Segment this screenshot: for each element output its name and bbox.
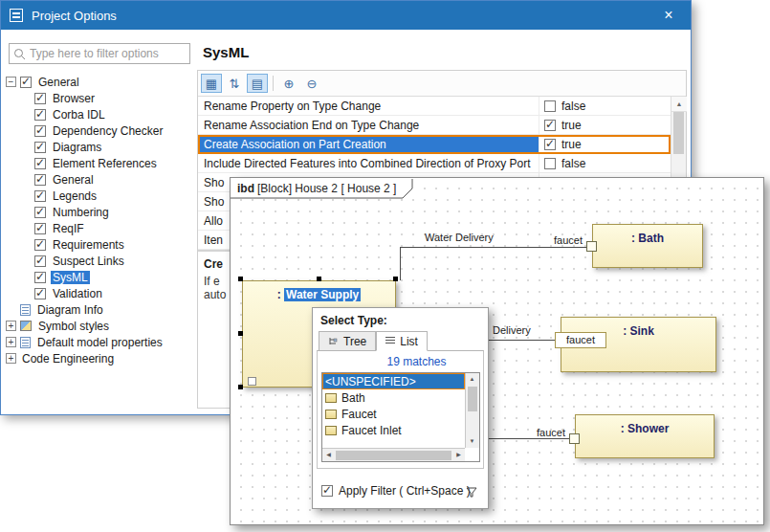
search-input[interactable]: [30, 47, 173, 60]
option-row[interactable]: Rename Property on Type Change false: [198, 97, 671, 116]
part-label-prefix: :: [277, 288, 281, 301]
filter-options-box[interactable]: [9, 43, 190, 64]
scroll-up-icon[interactable]: ▲: [466, 373, 478, 386]
categorized-view-button[interactable]: ▦: [201, 74, 222, 93]
toolbar-separator: [273, 76, 274, 91]
checkbox-icon[interactable]: [544, 139, 556, 150]
scroll-left-icon[interactable]: ◀: [322, 449, 335, 461]
sidebar-item-requirements[interactable]: Requirements: [34, 236, 193, 253]
collapse-icon[interactable]: −: [6, 77, 16, 87]
type-list[interactable]: <UNSPECIFIED> Bath Faucet Faucet Inlet ▲…: [321, 372, 480, 462]
options-tree: −General Browser Corba IDL Dependency Ch…: [6, 74, 193, 366]
selection-handle[interactable]: [238, 385, 243, 389]
shower-part[interactable]: : Shower: [575, 414, 715, 458]
page-title: SysML: [203, 44, 249, 60]
checkbox-icon[interactable]: [34, 288, 46, 299]
expand-all-button[interactable]: ⊕: [278, 74, 299, 93]
list-vertical-scrollbar[interactable]: ▲ ▼: [465, 373, 479, 448]
scroll-right-icon[interactable]: ▶: [452, 449, 465, 461]
checkbox-icon[interactable]: [34, 239, 46, 251]
selection-handle[interactable]: [393, 277, 398, 281]
list-item-unspecified[interactable]: <UNSPECIFIED>: [322, 373, 465, 389]
sidebar-item-default-model-properties[interactable]: +Default model properties: [6, 334, 193, 350]
sidebar-item-symbol-styles[interactable]: +Symbol styles: [6, 318, 193, 334]
sidebar-item-diagram-info[interactable]: Diagram Info: [6, 301, 193, 318]
expand-icon[interactable]: +: [6, 353, 16, 364]
checkbox-icon[interactable]: [544, 120, 556, 131]
scroll-up-icon[interactable]: ▲: [671, 97, 687, 112]
close-icon[interactable]: ×: [647, 1, 691, 30]
checkbox-icon[interactable]: [34, 142, 46, 153]
title-bar[interactable]: Project Options ×: [1, 1, 691, 30]
checkbox-icon[interactable]: [34, 255, 46, 267]
sidebar-item-dependency-checker[interactable]: Dependency Checker: [34, 122, 193, 139]
sort-alphabetically-button[interactable]: ⇅: [224, 74, 245, 93]
checkbox-icon[interactable]: [34, 109, 46, 121]
tab-tree[interactable]: Tree: [319, 331, 376, 351]
checkbox-icon[interactable]: [34, 223, 46, 234]
scroll-down-icon[interactable]: ▼: [466, 435, 478, 448]
water-delivery-connector[interactable]: [400, 247, 587, 248]
scrollbar-thumb[interactable]: [673, 112, 684, 154]
ibd-diagram-window[interactable]: ibd[Block] House 2 [ House 2 ] Water Del…: [230, 177, 764, 525]
checkbox-icon[interactable]: [34, 174, 46, 186]
checkbox-icon[interactable]: [321, 485, 333, 497]
sidebar-item-element-references[interactable]: Element References: [34, 155, 193, 171]
checkbox-icon[interactable]: [544, 100, 556, 112]
collapse-all-button[interactable]: ⊖: [301, 74, 322, 93]
show-description-button[interactable]: ▤: [247, 74, 268, 93]
water-delivery-connector[interactable]: [400, 247, 401, 280]
faucet-port[interactable]: faucet: [555, 332, 606, 348]
filter-icon[interactable]: [466, 486, 478, 499]
select-type-dialog[interactable]: Select Type: Tree List 19 matches <UNSPE…: [312, 307, 489, 509]
bath-part[interactable]: : Bath: [592, 224, 703, 268]
checkbox-icon[interactable]: [34, 207, 46, 218]
faucet-port[interactable]: [569, 433, 580, 444]
sidebar-item-reqif[interactable]: ReqIF: [34, 220, 193, 236]
sidebar-item-diagrams[interactable]: Diagrams: [34, 139, 193, 155]
list-item-bath[interactable]: Bath: [322, 389, 465, 406]
part-name-edit-field[interactable]: Water Supply: [284, 288, 361, 301]
option-value: false: [561, 100, 585, 113]
selection-handle[interactable]: [317, 277, 321, 281]
scrollbar-thumb[interactable]: [468, 387, 477, 411]
checkbox-icon[interactable]: [34, 125, 46, 137]
diagram-canvas[interactable]: ibd[Block] House 2 [ House 2 ] Water Del…: [231, 178, 763, 524]
diagram-header-text: [Block] House 2 [ House 2 ]: [257, 182, 396, 195]
sidebar-item-validation[interactable]: Validation: [34, 285, 193, 301]
list-item-faucet[interactable]: Faucet: [322, 406, 465, 422]
list-horizontal-scrollbar[interactable]: ◀ ▶: [322, 448, 465, 461]
sidebar-item-code-engineering[interactable]: +Code Engineering: [6, 350, 193, 366]
expand-icon[interactable]: +: [6, 337, 16, 347]
checkbox-icon[interactable]: [34, 93, 46, 104]
sidebar-item-general[interactable]: −General: [6, 74, 193, 90]
selection-handle[interactable]: [238, 331, 243, 336]
option-value: true: [561, 119, 582, 132]
sidebar-item-sysml[interactable]: SysML: [34, 269, 193, 285]
sidebar-item-general-sub[interactable]: General: [34, 171, 193, 188]
sidebar-item-browser[interactable]: Browser: [34, 90, 193, 106]
expand-icon[interactable]: +: [6, 321, 16, 331]
option-row-selected[interactable]: Create Association on Part Creation true: [198, 135, 671, 154]
faucet-port[interactable]: [586, 241, 597, 252]
selection-handle[interactable]: [238, 277, 243, 281]
sidebar-item-suspect-links[interactable]: Suspect Links: [34, 253, 193, 269]
option-row[interactable]: Include Directed Features into Combined …: [198, 154, 671, 173]
checkbox-icon[interactable]: [544, 158, 556, 169]
sidebar-item-corba-idl[interactable]: Corba IDL: [34, 106, 193, 122]
shower-connector[interactable]: [487, 438, 570, 439]
sink-connector[interactable]: [487, 340, 556, 341]
checkbox-icon[interactable]: [34, 190, 46, 202]
sidebar-item-legends[interactable]: Legends: [34, 188, 193, 204]
list-item-faucet-inlet[interactable]: Faucet Inlet: [322, 422, 465, 438]
option-row[interactable]: Rename Association End on Type Change tr…: [198, 116, 671, 135]
matches-count: 19 matches: [318, 351, 483, 371]
checkbox-icon[interactable]: [20, 77, 32, 88]
scrollbar-thumb[interactable]: [336, 451, 451, 460]
tab-list[interactable]: List: [376, 331, 428, 351]
apply-filter-checkbox[interactable]: Apply Filter ( Ctrl+Space ): [321, 484, 471, 498]
checkbox-icon[interactable]: [34, 158, 46, 169]
checkbox-icon[interactable]: [34, 272, 46, 283]
sidebar-item-numbering[interactable]: Numbering: [34, 204, 193, 220]
compartment-icon[interactable]: [248, 377, 256, 386]
